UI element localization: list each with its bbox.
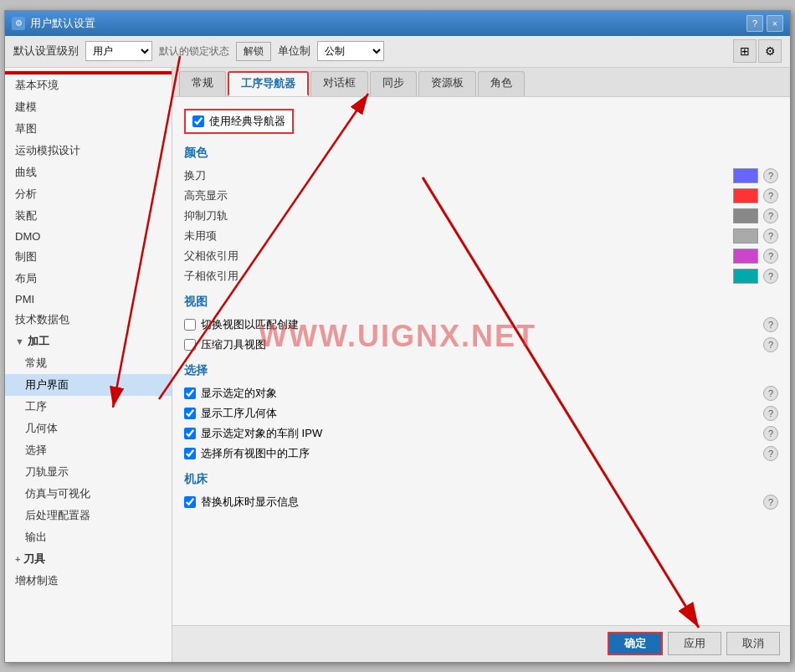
sidebar-item-additive[interactable]: 增材制造 xyxy=(5,570,172,592)
classic-nav-checkbox[interactable] xyxy=(192,115,204,127)
tabs-bar: 常规 工序导航器 对话框 同步 资源板 角色 xyxy=(172,68,790,97)
select-option-0: 显示选定的对象 ? xyxy=(184,383,778,403)
tab-general[interactable]: 常规 xyxy=(179,71,226,96)
cancel-button[interactable]: 取消 xyxy=(726,632,780,655)
select-option-1: 显示工序几何体 ? xyxy=(184,403,778,423)
sidebar-item-analysis[interactable]: 分析 xyxy=(5,183,172,205)
tab-operation-navigator[interactable]: 工序导航器 xyxy=(228,71,309,96)
color-swatch-2[interactable] xyxy=(733,208,758,223)
view-section-header: 视图 xyxy=(184,295,778,310)
main-content: 基本环境 建模 草图 运动模拟设计 曲线 分析 装配 DMO 制图 布局 PMI… xyxy=(5,68,790,662)
machining-label: 加工 xyxy=(28,334,49,349)
sidebar-item-general[interactable]: 常规 xyxy=(5,352,172,374)
sidebar-item-layout[interactable]: 布局 xyxy=(5,268,172,290)
level-select[interactable]: 用户 xyxy=(85,41,152,61)
sidebar-item-geometry[interactable]: 几何体 xyxy=(5,418,172,439)
bottom-bar: 确定 应用 取消 xyxy=(172,625,790,662)
color-label-5: 子相依引用 xyxy=(184,269,238,284)
sidebar-item-output[interactable]: 输出 xyxy=(5,526,172,548)
machine-section-header: 机床 xyxy=(184,472,778,487)
view-help-0[interactable]: ? xyxy=(763,317,778,332)
help-icon-0[interactable]: ? xyxy=(763,168,778,183)
color-row-change-tool: 换刀 ? xyxy=(184,166,778,186)
view-option-0: 切换视图以匹配创建 ? xyxy=(184,315,778,335)
sidebar-item-tech-data[interactable]: 技术数据包 xyxy=(5,309,172,331)
sidebar-item-tools[interactable]: + 刀具 xyxy=(5,548,172,570)
select-checkbox-3[interactable] xyxy=(184,448,196,459)
unit-select[interactable]: 公制 xyxy=(317,41,384,61)
tab-sync[interactable]: 同步 xyxy=(370,71,417,96)
machine-label-0: 替换机床时显示信息 xyxy=(201,495,299,510)
sidebar: 基本环境 建模 草图 运动模拟设计 曲线 分析 装配 DMO 制图 布局 PMI… xyxy=(5,68,172,662)
help-icon-4[interactable]: ? xyxy=(763,249,778,264)
view-help-1[interactable]: ? xyxy=(763,337,778,352)
tab-resource[interactable]: 资源板 xyxy=(418,71,476,96)
help-icon-3[interactable]: ? xyxy=(763,228,778,244)
help-button[interactable]: ? xyxy=(746,15,763,32)
color-swatch-3[interactable] xyxy=(733,228,758,244)
select-help-3[interactable]: ? xyxy=(763,446,778,461)
sidebar-item-machining[interactable]: ▼ 加工 xyxy=(5,331,172,352)
tab-role[interactable]: 角色 xyxy=(478,71,525,96)
select-option-2: 显示选定对象的车削 IPW ? xyxy=(184,423,778,444)
color-label-2: 抑制刀轨 xyxy=(184,208,228,223)
sidebar-item-operation[interactable]: 工序 xyxy=(5,396,172,418)
sidebar-item-select[interactable]: 选择 xyxy=(5,439,172,461)
color-label-0: 换刀 xyxy=(184,168,206,183)
select-help-2[interactable]: ? xyxy=(763,426,778,441)
select-help-1[interactable]: ? xyxy=(763,406,778,421)
colors-section-header: 颜色 xyxy=(184,146,778,161)
sidebar-item-motion[interactable]: 运动模拟设计 xyxy=(5,140,172,162)
select-help-0[interactable]: ? xyxy=(763,386,778,401)
color-row-parent-ref: 父相依引用 ? xyxy=(184,246,778,266)
color-swatch-4[interactable] xyxy=(733,249,758,264)
select-label-2: 显示选定对象的车削 IPW xyxy=(201,426,322,441)
machine-checkbox-0[interactable] xyxy=(184,496,196,508)
select-checkbox-0[interactable] xyxy=(184,387,196,399)
title-bar: ⚙ 用户默认设置 ? × xyxy=(5,11,790,36)
level-label: 默认设置级别 xyxy=(13,44,79,59)
expand-icon: ▼ xyxy=(15,336,24,346)
classic-nav-label: 使用经典导航器 xyxy=(209,114,285,129)
sidebar-item-user-interface[interactable]: 用户界面 xyxy=(5,374,172,396)
sidebar-item-modeling[interactable]: 建模 xyxy=(5,96,172,118)
help-icon-2[interactable]: ? xyxy=(763,208,778,223)
color-swatch-0[interactable] xyxy=(733,168,758,183)
color-row-child-ref: 子相依引用 ? xyxy=(184,266,778,286)
toolbar: 默认设置级别 用户 默认的锁定状态 解锁 单位制 公制 ⊞ ⚙ xyxy=(5,36,790,68)
sidebar-item-basic-env[interactable]: 基本环境 xyxy=(5,74,172,96)
tab-dialog[interactable]: 对话框 xyxy=(310,71,368,96)
help-icon-1[interactable]: ? xyxy=(763,188,778,203)
tools-label: 刀具 xyxy=(23,551,45,567)
toolbar-icon-settings[interactable]: ⚙ xyxy=(758,39,782,63)
sidebar-item-toolpath[interactable]: 刀轨显示 xyxy=(5,461,172,483)
close-button[interactable]: × xyxy=(767,15,783,32)
view-option-1: 压缩刀具视图 ? xyxy=(184,335,778,355)
color-swatch-5[interactable] xyxy=(733,269,758,284)
apply-button[interactable]: 应用 xyxy=(668,632,721,655)
toolbar-icon-measure[interactable]: ⊞ xyxy=(733,39,757,63)
view-checkbox-1[interactable] xyxy=(184,339,196,351)
color-label-4: 父相依引用 xyxy=(184,249,238,264)
sidebar-item-simulation[interactable]: 仿真与可视化 xyxy=(5,483,172,505)
view-label-1: 压缩刀具视图 xyxy=(201,337,266,352)
help-icon-5[interactable]: ? xyxy=(763,269,778,284)
machine-help-0[interactable]: ? xyxy=(763,495,778,510)
sidebar-item-curve[interactable]: 曲线 xyxy=(5,162,172,183)
sidebar-item-drawing[interactable]: 制图 xyxy=(5,246,172,268)
window-icon: ⚙ xyxy=(12,17,25,30)
sidebar-item-pmi[interactable]: PMI xyxy=(5,290,172,309)
color-swatch-1[interactable] xyxy=(733,188,758,203)
select-section-header: 选择 xyxy=(184,363,778,378)
select-checkbox-1[interactable] xyxy=(184,408,196,419)
lock-label: 默认的锁定状态 xyxy=(159,44,229,59)
machine-option-0: 替换机床时显示信息 ? xyxy=(184,492,778,512)
sidebar-item-assembly[interactable]: 装配 xyxy=(5,205,172,227)
window-title: 用户默认设置 xyxy=(30,16,95,31)
sidebar-item-dmo[interactable]: DMO xyxy=(5,227,172,246)
select-checkbox-2[interactable] xyxy=(184,428,196,439)
sidebar-item-postprocess[interactable]: 后处理配置器 xyxy=(5,505,172,526)
confirm-button[interactable]: 确定 xyxy=(608,632,663,655)
sidebar-item-sketch[interactable]: 草图 xyxy=(5,118,172,140)
view-checkbox-0[interactable] xyxy=(184,319,196,331)
